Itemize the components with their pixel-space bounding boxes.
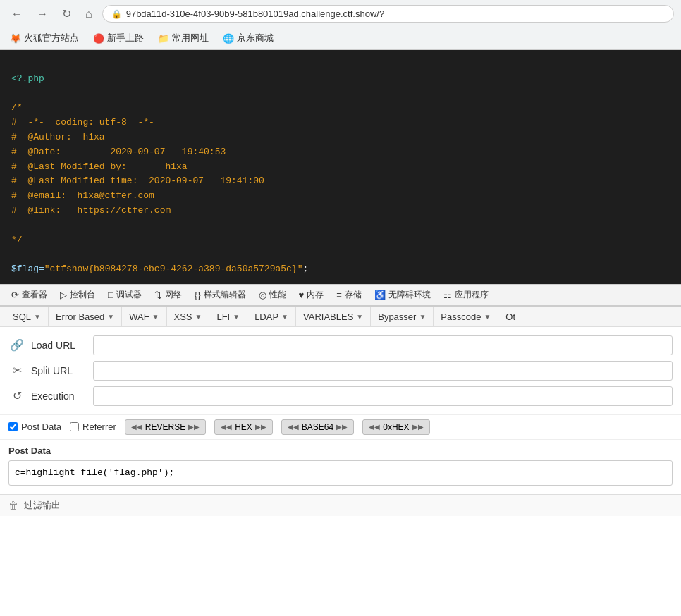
devtools-toolbar: ⟳ 查看器 ▷ 控制台 □ 调试器 ⇅ 网络 {} 样式编辑器 ◎ 性能 ♥ 内… (0, 284, 681, 306)
hackbar-sql[interactable]: SQL ▼ (6, 307, 49, 326)
style-editor-icon: {} (195, 290, 201, 300)
network-label: 网络 (165, 289, 182, 301)
execution-label[interactable]: Execution (31, 390, 87, 402)
reverse-button[interactable]: ◀◀ REVERSE ▶▶ (125, 419, 206, 435)
hackbar-waf[interactable]: WAF ▼ (122, 307, 166, 326)
debugger-label: 调试器 (116, 289, 142, 301)
hackbar-variables[interactable]: VARIABLES ▼ (296, 307, 371, 326)
xss-arrow: ▼ (195, 313, 202, 321)
load-url-input[interactable] (93, 335, 673, 355)
split-url-label[interactable]: Split URL (31, 365, 87, 376)
base64-label: BASE64 (302, 422, 333, 432)
referrer-checkbox[interactable] (70, 422, 79, 431)
flag-semicolon: ; (302, 264, 308, 274)
devtool-network[interactable]: ⇅ 网络 (149, 285, 188, 305)
style-editor-label: 样式编辑器 (204, 289, 246, 301)
memory-label: 内存 (307, 289, 324, 301)
performance-icon: ◎ (259, 290, 266, 300)
hackbar-options: Post Data Referrer ◀◀ REVERSE ▶▶ ◀◀ HEX … (0, 414, 681, 439)
hackbar-ldap[interactable]: LDAP ▼ (247, 307, 296, 326)
hackbar-other[interactable]: Ot (498, 307, 522, 326)
postdata-input[interactable] (8, 460, 673, 486)
performance-label: 性能 (269, 289, 286, 301)
devtool-debugger[interactable]: □ 调试器 (102, 285, 147, 305)
reverse-label: REVERSE (145, 422, 185, 432)
split-url-input[interactable] (93, 361, 673, 381)
0xhex-label: 0xHEX (383, 422, 409, 432)
memory-icon: ♥ (299, 290, 305, 300)
back-button[interactable]: ← (7, 5, 27, 23)
hackbar-lfi[interactable]: LFI ▼ (209, 307, 247, 326)
split-url-icon[interactable]: ✂ (8, 362, 25, 379)
referrer-option[interactable]: Referrer (70, 421, 116, 432)
sql-arrow: ▼ (34, 313, 41, 321)
error-based-arrow: ▼ (107, 313, 114, 321)
load-url-row: 🔗 Load URL (0, 333, 681, 358)
console-icon: ▷ (60, 290, 67, 300)
filter-label: 过滤输出 (24, 499, 61, 512)
waf-arrow: ▼ (152, 313, 159, 321)
hackbar-xss[interactable]: XSS ▼ (167, 307, 210, 326)
inspector-icon: ⟳ (11, 290, 19, 300)
hex-button[interactable]: ◀◀ HEX ▶▶ (214, 419, 273, 435)
storage-icon: ≡ (336, 290, 342, 300)
lfi-arrow: ▼ (233, 313, 240, 321)
browser-chrome: ← → ↻ ⌂ 🔒 97bda11d-310e-4f03-90b9-581b80… (0, 0, 681, 50)
hackbar-passcode[interactable]: Passcode ▼ (434, 307, 498, 326)
trash-icon[interactable]: 🗑 (8, 500, 18, 511)
base64-button[interactable]: ◀◀ BASE64 ▶▶ (281, 419, 354, 435)
devtool-style-editor[interactable]: {} 样式编辑器 (189, 285, 252, 305)
variables-arrow: ▼ (356, 313, 363, 321)
hackbar-bypasser[interactable]: Bypasser ▼ (371, 307, 434, 326)
split-url-row: ✂ Split URL (0, 358, 681, 383)
execution-icon[interactable]: ↺ (8, 388, 25, 405)
bookmark-label: 火狐官方站点 (24, 32, 79, 44)
devtool-memory[interactable]: ♥ 内存 (293, 285, 330, 305)
bookmark-jd[interactable]: 🌐 京东商城 (220, 30, 276, 46)
devtool-console[interactable]: ▷ 控制台 (54, 285, 101, 305)
bookmark-firefox[interactable]: 🦊 火狐官方站点 (7, 30, 82, 46)
other-label: Ot (505, 312, 515, 322)
ldap-arrow: ▼ (281, 313, 288, 321)
hackbar-error-based[interactable]: Error Based ▼ (49, 307, 122, 326)
bookmark-newuser[interactable]: 🔴 新手上路 (90, 30, 147, 46)
execution-input[interactable] (93, 386, 673, 406)
devtool-storage[interactable]: ≡ 存储 (331, 285, 367, 305)
post-data-option[interactable]: Post Data (8, 421, 61, 432)
home-button[interactable]: ⌂ (81, 5, 97, 23)
devtool-inspector[interactable]: ⟳ 查看器 (6, 285, 53, 305)
forward-button[interactable]: → (32, 5, 52, 23)
page-content: <?.php /* # -*- coding: utf-8 -*- # @Aut… (0, 50, 681, 284)
devtool-accessibility[interactable]: ♿ 无障碍环境 (369, 285, 436, 305)
execution-row: ↺ Execution (0, 383, 681, 409)
inspector-label: 查看器 (22, 289, 47, 301)
address-bar[interactable]: 🔒 97bda11d-310e-4f03-90b9-581b801019ad.c… (102, 5, 674, 23)
bookmark-label: 常用网址 (172, 32, 209, 44)
application-icon: ⚏ (443, 290, 452, 300)
0xhex-button[interactable]: ◀◀ 0xHEX ▶▶ (362, 419, 429, 435)
flag-value: "ctfshow{b8084278-ebc9-4262-a389-da50a57… (44, 264, 303, 274)
debugger-icon: □ (108, 290, 114, 300)
php-tag: <?.php (11, 73, 44, 84)
bookmark-label: 新手上路 (107, 32, 144, 44)
refresh-button[interactable]: ↻ (58, 4, 75, 23)
bookmark-icon: 📁 (158, 33, 169, 44)
flag-variable: $flag= (11, 264, 44, 274)
load-url-label[interactable]: Load URL (31, 340, 87, 351)
devtool-performance[interactable]: ◎ 性能 (253, 285, 292, 305)
bookmark-common[interactable]: 📁 常用网址 (155, 30, 211, 46)
bypasser-label: Bypasser (378, 312, 416, 322)
bookmarks-bar: 🦊 火狐官方站点 🔴 新手上路 📁 常用网址 🌐 京东商城 (0, 27, 681, 49)
load-url-icon[interactable]: 🔗 (8, 337, 25, 354)
bypasser-arrow: ▼ (419, 313, 426, 321)
accessibility-icon: ♿ (374, 290, 386, 300)
xss-label: XSS (174, 312, 192, 322)
devtool-application[interactable]: ⚏ 应用程序 (438, 285, 494, 305)
post-data-checkbox[interactable] (8, 422, 18, 431)
sql-label: SQL (13, 312, 31, 322)
security-icon: 🔒 (111, 9, 122, 19)
nav-bar: ← → ↻ ⌂ 🔒 97bda11d-310e-4f03-90b9-581b80… (0, 0, 681, 27)
hackbar-actions: 🔗 Load URL ✂ Split URL ↺ Execution (0, 327, 681, 414)
bookmark-icon: 🦊 (10, 33, 21, 44)
lfi-label: LFI (216, 312, 230, 322)
